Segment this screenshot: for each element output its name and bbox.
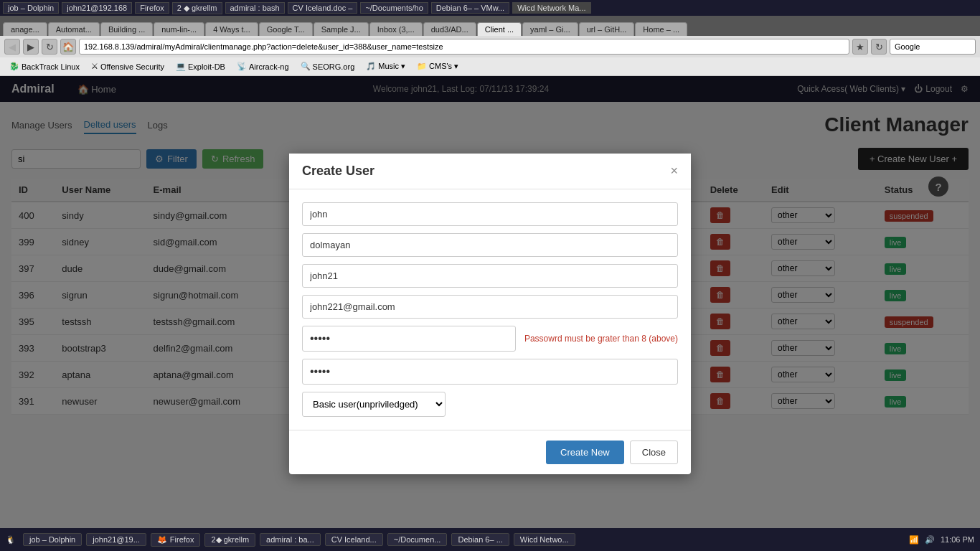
tb-gkrellm[interactable]: 2◆ gkrellm bbox=[204, 533, 255, 547]
bookmark-exploitdb[interactable]: 💻 Exploit-DB bbox=[171, 60, 230, 72]
tab-numlin[interactable]: num-lin-... bbox=[154, 22, 204, 36]
tab-samplej[interactable]: Sample J... bbox=[314, 22, 369, 36]
tab-4ways[interactable]: 4 Ways t... bbox=[205, 22, 258, 36]
email-input[interactable] bbox=[302, 295, 678, 319]
close-button[interactable]: Close bbox=[630, 441, 678, 464]
network-icon: 📶 bbox=[909, 535, 919, 545]
forward-button[interactable]: ▶ bbox=[23, 39, 39, 55]
modal-header: Create User × bbox=[289, 154, 691, 189]
tb-firefox[interactable]: 🦊 Firefox bbox=[151, 533, 201, 547]
modal-body: Passowrd must be grater than 8 (above) B… bbox=[289, 189, 691, 430]
tb-wicd[interactable]: Wicd Netwo... bbox=[514, 533, 575, 546]
tb-documents[interactable]: ~/Documen... bbox=[387, 533, 448, 546]
search-box[interactable] bbox=[890, 39, 976, 55]
reload-button2[interactable]: ↻ bbox=[871, 39, 887, 55]
taskbar-right-area: 📶 🔊 11:06 PM bbox=[909, 535, 974, 545]
tb-job-dolphin[interactable]: job – Dolphin bbox=[23, 533, 82, 546]
browser-nav: ◀ ▶ ↻ 🏠 ★ ↻ bbox=[0, 36, 980, 57]
taskbar-wicd[interactable]: Wicd Network Ma... bbox=[512, 2, 590, 14]
tb-john21[interactable]: john21@19... bbox=[86, 533, 146, 546]
create-user-modal: Create User × Passowrd must be grater th… bbox=[289, 154, 691, 474]
home-button[interactable]: 🏠 bbox=[60, 39, 76, 55]
taskbar-cv[interactable]: CV Iceland.doc – bbox=[288, 2, 358, 14]
modal-close-button[interactable]: × bbox=[670, 164, 678, 177]
bottom-taskbar: 🐧 job – Dolphin john21@19... 🦊 Firefox 2… bbox=[0, 528, 980, 551]
role-select[interactable]: Basic user(unpriviledged) Admin Super Ad… bbox=[302, 392, 446, 417]
tab-inbox[interactable]: Inbox (3,... bbox=[369, 22, 423, 36]
bookmark-backtrack[interactable]: 🐉 BackTrack Linux bbox=[4, 60, 85, 72]
bookmark-music[interactable]: 🎵 Music ▾ bbox=[361, 60, 410, 72]
tab-home[interactable]: Home – ... bbox=[635, 22, 687, 36]
username-input[interactable] bbox=[302, 264, 678, 288]
tb-cv[interactable]: CV Iceland... bbox=[325, 533, 383, 546]
tab-googlet[interactable]: Google T... bbox=[259, 22, 313, 36]
app-container: Admiral 🏠 Home Welcome john21, Last Log:… bbox=[0, 76, 980, 551]
bookmark-offensive[interactable]: ⚔ Offensive Security bbox=[86, 60, 169, 72]
modal-title: Create User bbox=[302, 164, 374, 179]
tab-building[interactable]: Building ... bbox=[100, 22, 153, 36]
confirm-password-input[interactable] bbox=[302, 359, 678, 385]
taskbar-job-dolphin[interactable]: job – Dolphin bbox=[3, 2, 59, 14]
tab-url[interactable]: url – GitH... bbox=[579, 22, 635, 36]
tab-client[interactable]: Client ... bbox=[477, 22, 522, 36]
modal-footer: Create New Close bbox=[289, 430, 691, 474]
tab-manage[interactable]: anage... bbox=[3, 22, 47, 36]
clock: 11:06 PM bbox=[941, 535, 974, 544]
sound-icon: 🔊 bbox=[925, 535, 935, 545]
start-icon[interactable]: 🐧 bbox=[6, 535, 16, 545]
taskbar-gkrellm[interactable]: 2 ◆ gkrellm bbox=[172, 2, 222, 14]
os-top-taskbar: job – Dolphin john21@192.168 Firefox 2 ◆… bbox=[0, 0, 980, 16]
bookmark-aircrack[interactable]: 📡 Aircrack-ng bbox=[232, 60, 294, 72]
firefox-icon: 🦊 bbox=[157, 535, 167, 545]
bookmark-cms[interactable]: 📁 CMS's ▾ bbox=[412, 60, 463, 72]
create-new-button[interactable]: Create New bbox=[546, 441, 624, 464]
taskbar-debian[interactable]: Debian 6– – VMw... bbox=[431, 2, 509, 14]
password-error: Passowrd must be grater than 8 (above) bbox=[524, 334, 678, 344]
tab-automat[interactable]: Automat... bbox=[48, 22, 100, 36]
first-name-input[interactable] bbox=[302, 202, 678, 226]
tb-admiral-bash[interactable]: admiral : ba... bbox=[260, 533, 321, 546]
tab-yaml[interactable]: yaml – Gi... bbox=[522, 22, 578, 36]
taskbar-bash[interactable]: admiral : bash bbox=[225, 2, 285, 14]
modal-overlay: Create User × Passowrd must be grater th… bbox=[0, 76, 980, 551]
bookmark-star[interactable]: ★ bbox=[852, 39, 868, 55]
tab-dud3[interactable]: dud3/AD... bbox=[423, 22, 476, 36]
back-button[interactable]: ◀ bbox=[4, 39, 20, 55]
reload-button[interactable]: ↻ bbox=[42, 39, 57, 55]
taskbar-firefox[interactable]: Firefox bbox=[135, 2, 169, 14]
password-row: Passowrd must be grater than 8 (above) bbox=[302, 326, 678, 352]
password-input[interactable] bbox=[302, 326, 516, 352]
tb-debian[interactable]: Debian 6– ... bbox=[451, 533, 509, 546]
browser-tabs: anage... Automat... Building ... num-lin… bbox=[0, 16, 980, 36]
address-bar[interactable] bbox=[79, 39, 849, 55]
taskbar-john21[interactable]: john21@192.168 bbox=[62, 2, 132, 14]
taskbar-documents[interactable]: ~/Documents/ho bbox=[360, 2, 428, 14]
bookmarks-bar: 🐉 BackTrack Linux ⚔ Offensive Security 💻… bbox=[0, 57, 980, 76]
last-name-input[interactable] bbox=[302, 233, 678, 257]
bookmark-seorg[interactable]: 🔍 SEORG.org bbox=[296, 60, 360, 72]
